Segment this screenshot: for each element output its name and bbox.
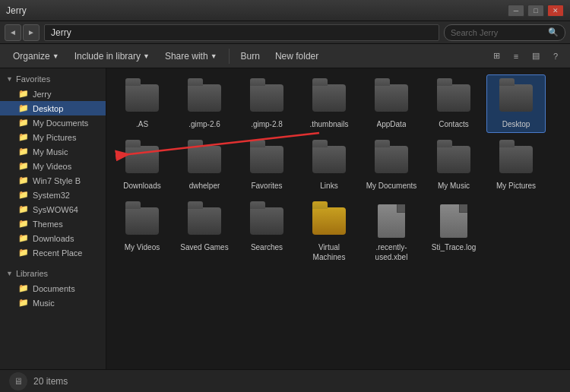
search-placeholder: Search Jerry — [451, 28, 498, 37]
nav-buttons: ◄ ► — [5, 24, 40, 41]
file-item[interactable]: My Videos — [112, 198, 172, 266]
file-label: .gimp-2.6 — [188, 119, 220, 129]
content-area: .AS.gimp-2.6.gimp-2.8.thumbnailsAppDataC… — [106, 68, 570, 369]
sidebar-item-label-recent: Recent Place — [33, 248, 82, 258]
folder-icon-documents: 📁 — [18, 283, 29, 293]
file-item[interactable]: My Pictures — [486, 136, 546, 194]
file-item[interactable]: My Music — [424, 136, 483, 194]
sidebar-item-myvideos[interactable]: 📁 My Videos — [0, 159, 106, 173]
library-button[interactable]: Include in library ▼ — [68, 47, 157, 65]
file-item[interactable]: Favorites — [237, 136, 296, 194]
file-icon — [249, 203, 285, 239]
sidebar-item-downloads[interactable]: 📁 Downloads — [0, 231, 106, 245]
folder-icon-win7: 📁 — [18, 175, 29, 185]
organize-button[interactable]: Organize ▼ — [6, 47, 66, 65]
view-details-button[interactable]: ▤ — [527, 48, 544, 65]
close-button[interactable]: ✕ — [547, 5, 564, 17]
folder-icon-jerry: 📁 — [18, 89, 29, 99]
file-item[interactable]: Links — [299, 136, 359, 194]
file-icon — [311, 80, 347, 116]
file-item[interactable]: .recently-used.xbel — [362, 198, 421, 266]
maximize-button[interactable]: □ — [527, 5, 544, 17]
file-icon — [498, 80, 534, 116]
sidebar-item-win7style[interactable]: 📁 Win7 Style B — [0, 173, 106, 188]
sidebar-item-themes[interactable]: 📁 Themes — [0, 217, 106, 231]
sidebar-item-desktop[interactable]: 📁 Desktop — [0, 101, 106, 115]
sidebar-item-jerry[interactable]: 📁 Jerry — [0, 87, 106, 101]
folder-icon-mypic: 📁 — [18, 132, 29, 142]
folder-icon-recent: 📁 — [18, 248, 29, 258]
file-item[interactable]: .AS — [112, 74, 172, 133]
library-arrow-icon: ▼ — [143, 52, 150, 60]
burn-button[interactable]: Burn — [234, 47, 267, 65]
folder-icon-myvid: 📁 — [18, 161, 29, 171]
libraries-label: Libraries — [16, 269, 48, 278]
address-field[interactable]: Jerry — [44, 24, 439, 41]
address-path: Jerry — [51, 27, 71, 38]
folder-icon-desktop: 📁 — [18, 103, 29, 113]
favorites-header[interactable]: ▼ Favorites — [0, 71, 106, 87]
sidebar-item-mypictures[interactable]: 📁 My Pictures — [0, 130, 106, 144]
file-label: Contacts — [439, 119, 468, 129]
file-item[interactable]: .gimp-2.8 — [237, 74, 296, 133]
burn-label: Burn — [241, 51, 260, 62]
folder-icon-sys32: 📁 — [18, 190, 29, 200]
file-item[interactable]: Desktop — [486, 74, 546, 133]
file-label: Saved Games — [180, 242, 228, 252]
file-item[interactable]: Sti_Trace.log — [424, 198, 483, 266]
sidebar-item-label-desktop: Desktop — [33, 104, 63, 113]
sidebar-item-documents[interactable]: 📁 Documents — [0, 281, 106, 296]
file-label: Links — [320, 181, 337, 191]
file-item[interactable]: My Documents — [362, 136, 421, 194]
file-item[interactable]: AppData — [362, 74, 421, 133]
file-label: My Music — [438, 181, 470, 191]
sidebar-item-label-themes: Themes — [33, 220, 63, 229]
sidebar-item-music[interactable]: 📁 Music — [0, 296, 106, 310]
sidebar-item-mymusic[interactable]: 📁 My Music — [0, 144, 106, 159]
libraries-header[interactable]: ▼ Libraries — [0, 266, 106, 281]
sidebar-item-label-mydoc: My Documents — [33, 119, 88, 128]
sidebar-item-label-mymusic: My Music — [33, 147, 68, 156]
file-icon — [435, 80, 472, 116]
file-item[interactable]: dwhelper — [175, 136, 234, 194]
file-icon — [249, 80, 285, 116]
file-item[interactable]: .gimp-2.6 — [175, 74, 234, 133]
sidebar-item-label-myvid: My Videos — [33, 162, 71, 171]
file-label: .gimp-2.8 — [251, 119, 283, 129]
sidebar-item-recentplaces[interactable]: 📁 Recent Place — [0, 245, 106, 260]
view-tiles-button[interactable]: ⊞ — [488, 48, 505, 65]
file-item[interactable]: Virtual Machines — [299, 198, 359, 266]
file-icon — [186, 80, 223, 116]
newfolder-button[interactable]: New folder — [268, 47, 325, 65]
sidebar-item-label-syswow: SysWOW64 — [33, 205, 78, 214]
file-item[interactable]: Saved Games — [175, 198, 234, 266]
file-label: My Pictures — [496, 181, 536, 191]
forward-button[interactable]: ► — [23, 24, 40, 41]
sidebar-item-label-sys32: System32 — [33, 191, 70, 200]
share-button[interactable]: Share with ▼ — [158, 47, 224, 65]
help-button[interactable]: ? — [547, 48, 564, 65]
file-icon — [124, 141, 160, 178]
sidebar-item-syswow64[interactable]: 📁 SysWOW64 — [0, 202, 106, 217]
view-list-button[interactable]: ≡ — [508, 48, 524, 65]
back-button[interactable]: ◄ — [5, 24, 21, 41]
file-icon — [498, 141, 534, 178]
address-bar: ◄ ► Jerry Search Jerry 🔍 — [0, 21, 570, 44]
minimize-button[interactable]: ─ — [508, 5, 524, 17]
sidebar-item-system32[interactable]: 📁 System32 — [0, 188, 106, 202]
file-item[interactable]: .thumbnails — [299, 74, 359, 133]
file-item[interactable]: Downloads — [112, 136, 172, 194]
favorites-section: ▼ Favorites 📁 Jerry 📁 Desktop 📁 My Docum… — [0, 71, 106, 260]
sidebar-item-mydocuments[interactable]: 📁 My Documents — [0, 115, 106, 130]
file-item[interactable]: Searches — [237, 198, 296, 266]
share-label: Share with — [165, 51, 208, 62]
file-icon — [373, 203, 410, 239]
file-item[interactable]: Contacts — [424, 74, 483, 133]
folder-icon-mydoc: 📁 — [18, 118, 29, 128]
sidebar-item-label-jerry: Jerry — [33, 90, 51, 99]
folder-icon-themes: 📁 — [18, 219, 29, 229]
search-box[interactable]: Search Jerry 🔍 — [444, 24, 565, 41]
favorites-arrow-icon: ▼ — [6, 75, 13, 83]
file-icon — [124, 80, 160, 116]
file-label: AppData — [377, 119, 407, 129]
